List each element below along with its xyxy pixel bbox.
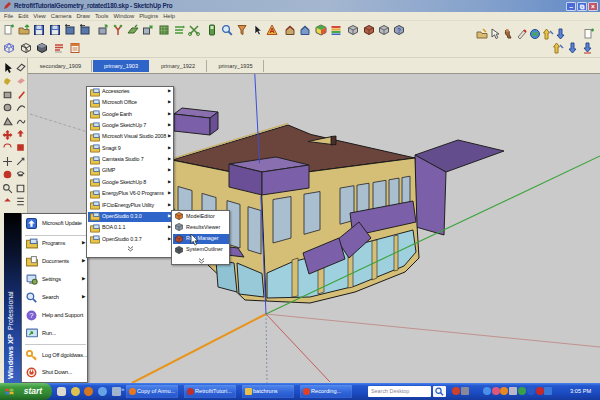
svg-text:A: A xyxy=(270,27,275,34)
svg-text:?: ? xyxy=(397,27,401,34)
svg-text:?: ? xyxy=(29,311,33,320)
